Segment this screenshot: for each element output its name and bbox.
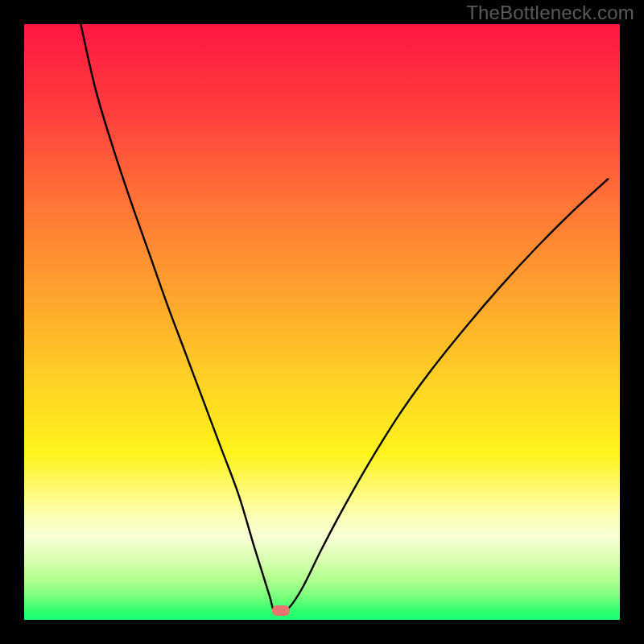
bottleneck-curve: [80, 24, 608, 613]
watermark-text: TheBottleneck.com: [466, 2, 634, 24]
optimal-marker: [272, 605, 290, 616]
plot-area: [24, 24, 620, 620]
curve-layer: [24, 24, 620, 620]
